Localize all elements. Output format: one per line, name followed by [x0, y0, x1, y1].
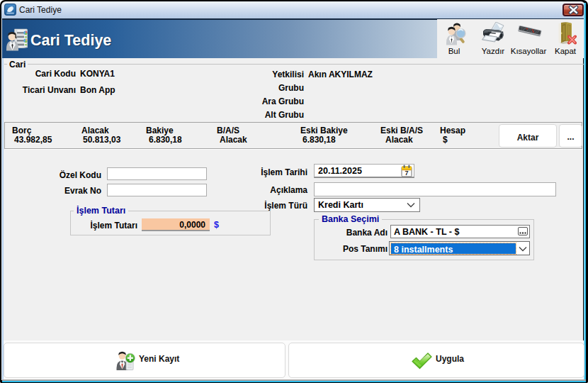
svg-text:7: 7 [405, 170, 408, 177]
